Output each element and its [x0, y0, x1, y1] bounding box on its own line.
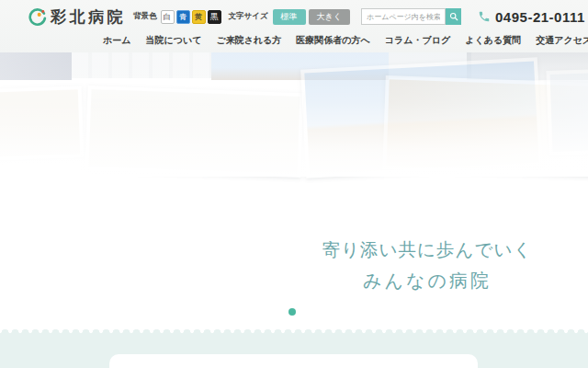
hospital-homepage: 寄り添い共に歩んでいく みんなの病院 彩北病院 背景色 白 青 黄 [0, 0, 588, 368]
content-card [109, 354, 478, 368]
nav-item-about[interactable]: 当院について [145, 34, 201, 47]
site-header: 彩北病院 背景色 白 青 黄 黒 文字サイズ 標準 大きく [0, 0, 588, 52]
logo-text: 彩北病院 [51, 6, 126, 28]
main-nav: ホーム 当院について ご来院される方 医療関係者の方へ コラム・ブログ よくある… [103, 30, 588, 51]
hero-tagline: 寄り添い共に歩んでいく みんなの病院 [312, 237, 542, 293]
tagline-line2: みんなの病院 [312, 269, 542, 293]
nav-item-access[interactable]: 交通アクセス [536, 34, 588, 47]
nav-item-faq[interactable]: よくある質問 [465, 34, 521, 47]
nav-item-column-blog[interactable]: コラム・ブログ [385, 34, 450, 47]
search-input[interactable] [361, 8, 446, 25]
search-icon [449, 12, 458, 21]
bg-color-options: 白 青 黄 黒 [161, 10, 221, 24]
bg-color-white-button[interactable]: 白 [161, 10, 175, 24]
phone-icon [478, 10, 491, 23]
header-utility-row: 彩北病院 背景色 白 青 黄 黒 文字サイズ 標準 大きく [28, 5, 570, 29]
bg-color-yellow-button[interactable]: 黄 [192, 10, 206, 24]
content-section [0, 333, 588, 368]
phone-link[interactable]: 0495-21-0111 [478, 9, 585, 25]
hero-photo-collage [0, 52, 588, 177]
font-size-label: 文字サイズ [229, 11, 268, 22]
nav-item-medical-professionals[interactable]: 医療関係者の方へ [296, 34, 369, 47]
nav-item-home[interactable]: ホーム [103, 34, 130, 47]
bg-color-label: 背景色 [133, 11, 157, 22]
site-logo[interactable]: 彩北病院 [28, 6, 126, 28]
font-size-large-button[interactable]: 大きく [309, 9, 350, 25]
hero-fade-overlay [0, 52, 588, 177]
tagline-line1: 寄り添い共に歩んでいく [312, 237, 542, 262]
search-button[interactable] [446, 8, 461, 25]
font-size-standard-button[interactable]: 標準 [273, 9, 306, 25]
phone-number: 0495-21-0111 [495, 9, 585, 25]
scalloped-edge [0, 329, 588, 333]
logo-icon [28, 7, 47, 27]
font-size-options: 標準 大きく [273, 9, 350, 25]
nav-item-visitors[interactable]: ご来院される方 [216, 34, 281, 47]
bg-color-black-button[interactable]: 黒 [208, 10, 221, 24]
site-search [361, 8, 461, 25]
hero-section: 寄り添い共に歩んでいく みんなの病院 [0, 52, 588, 333]
carousel-dot[interactable] [288, 308, 296, 316]
bg-color-blue-button[interactable]: 青 [176, 10, 190, 24]
